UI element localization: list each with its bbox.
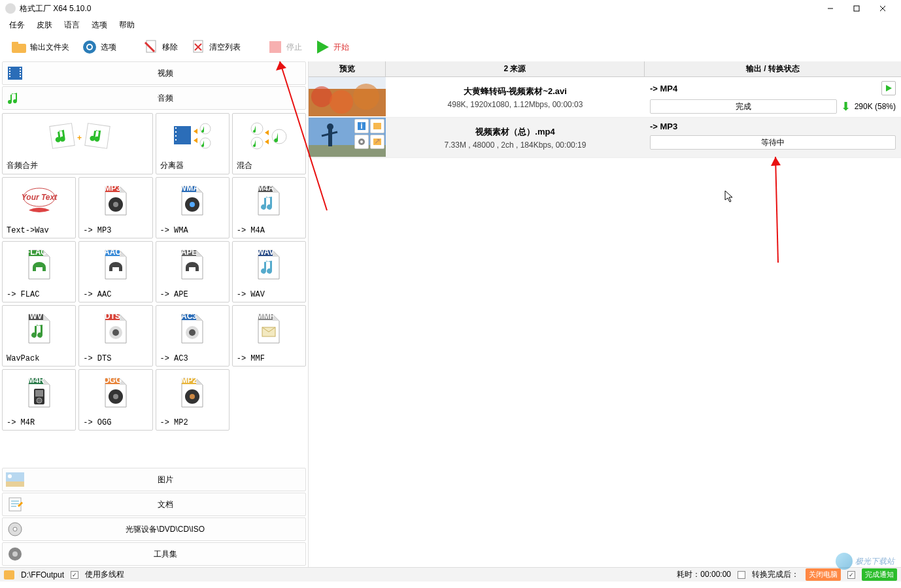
svg-text:AC3: AC3 — [181, 313, 197, 321]
svg-point-43 — [113, 202, 118, 207]
output-folder-button[interactable]: 输出文件夹 — [5, 36, 75, 58]
multithread-checkbox[interactable] — [71, 571, 78, 579]
format-m4a[interactable]: M4A -> M4A — [232, 177, 306, 238]
format-ogg[interactable]: OGG -> OGG — [78, 369, 152, 431]
cursor-icon — [724, 190, 735, 203]
play-icon — [314, 39, 331, 56]
svg-point-92 — [13, 527, 17, 531]
svg-rect-22 — [20, 71, 21, 72]
after-checkbox[interactable] — [738, 571, 745, 579]
start-button[interactable]: 开始 — [309, 36, 354, 58]
svg-marker-15 — [317, 41, 329, 54]
category-video[interactable]: 视频 — [2, 61, 306, 85]
queue-row[interactable]: i ↗ 视频素材（总）.mp4 7.33M , 48000 , 2ch , 18… — [309, 118, 901, 158]
video-icon — [5, 63, 25, 83]
file-name: 大黄蜂转码-视频素材~2.avi — [464, 86, 567, 97]
svg-rect-74 — [35, 390, 43, 397]
output-path[interactable]: D:\FFOutput — [21, 570, 64, 580]
file-info: 7.33M , 48000 , 2ch , 184Kbps, 00:00:19 — [445, 140, 586, 150]
svg-text:Your Text: Your Text — [21, 193, 57, 202]
menu-task[interactable]: 任务 — [9, 20, 25, 31]
col-status[interactable]: 输出 / 转换状态 — [645, 61, 901, 76]
stop-button[interactable]: 停止 — [262, 36, 307, 58]
format-mp3[interactable]: MP3 -> MP3 — [78, 177, 152, 238]
format-splitter[interactable]: 分离器 — [156, 113, 230, 174]
svg-rect-29 — [175, 127, 177, 129]
notify-button[interactable]: 完成通知 — [862, 568, 897, 581]
format-aac[interactable]: AAC -> AAC — [78, 241, 152, 302]
format-wma[interactable]: WMA -> WMA — [156, 177, 230, 238]
svg-text:FLAC: FLAC — [26, 249, 46, 257]
download-icon: ⬇ — [841, 99, 851, 114]
watermark: 极光下载站 — [836, 553, 894, 570]
gear-icon — [81, 39, 98, 56]
maximize-button[interactable] — [843, 1, 870, 16]
info-button[interactable]: i — [354, 119, 369, 133]
status-cell: -> MP4 完成 ⬇ 290K (58%) — [645, 77, 901, 117]
app-title: 格式工厂 X64 5.10.0 — [20, 3, 817, 14]
svg-point-33 — [200, 123, 211, 134]
category-disc[interactable]: 光驱设备\DVD\CD\ISO — [2, 517, 306, 541]
clear-button[interactable]: 清空列表 — [184, 36, 246, 58]
open-folder-button[interactable] — [370, 119, 384, 133]
svg-point-37 — [272, 129, 286, 144]
svg-rect-19 — [9, 73, 10, 74]
file-name: 视频素材（总）.mp4 — [475, 126, 554, 138]
svg-rect-108 — [373, 123, 381, 129]
size-text: 290K (58%) — [855, 102, 896, 111]
shutdown-button[interactable]: 关闭电脑 — [806, 568, 841, 581]
col-preview[interactable]: 预览 — [309, 61, 386, 76]
format-mixer[interactable]: 混合 — [232, 113, 306, 174]
svg-point-79 — [113, 394, 118, 399]
menu-help[interactable]: 帮助 — [119, 20, 135, 31]
remove-icon — [143, 39, 160, 56]
format-flac[interactable]: FLAC -> FLAC — [2, 241, 76, 302]
format-m4r[interactable]: M4R -> M4R — [2, 369, 76, 431]
format-mmf[interactable]: MMF -> MMF — [232, 305, 306, 367]
format-ape[interactable]: APE -> APE — [156, 241, 230, 302]
file-info: 498K, 1920x1080, 1.12Mbps, 00:00:03 — [448, 100, 583, 109]
folder-icon[interactable] — [4, 570, 14, 580]
category-audio[interactable]: 音频 — [2, 86, 306, 110]
format-mp2[interactable]: MP2 -> MP2 — [156, 369, 230, 431]
queue-panel: 预览 2 来源 输出 / 转换状态 大黄蜂转码-视频素材~2.avi 498K,… — [309, 61, 901, 567]
category-tools[interactable]: 工具集 — [2, 542, 306, 566]
category-image[interactable]: 图片 — [2, 468, 306, 491]
status-label[interactable]: 完成 — [650, 99, 837, 114]
format-text-wav[interactable]: Your Text Text->Wav — [2, 177, 76, 238]
col-source[interactable]: 2 来源 — [386, 61, 645, 76]
svg-text:M4A: M4A — [258, 185, 275, 193]
svg-rect-20 — [9, 76, 10, 77]
svg-point-63 — [112, 329, 119, 336]
minimize-button[interactable] — [817, 1, 843, 16]
svg-point-94 — [12, 551, 18, 557]
queue-row[interactable]: 大黄蜂转码-视频素材~2.avi 498K, 1920x1080, 1.12Mb… — [309, 77, 901, 118]
close-button[interactable] — [870, 1, 896, 16]
multithread-label: 使用多线程 — [85, 569, 124, 580]
svg-marker-100 — [886, 85, 892, 91]
svg-point-67 — [189, 329, 196, 336]
svg-rect-14 — [269, 41, 281, 53]
svg-point-99 — [353, 84, 379, 110]
target-format: -> MP4 — [650, 84, 881, 93]
format-audio-merge[interactable]: + 音频合并 — [2, 113, 153, 174]
play-result-button[interactable] — [881, 81, 896, 95]
format-ac3[interactable]: AC3 -> AC3 — [156, 305, 230, 367]
menu-lang[interactable]: 语言 — [64, 20, 80, 31]
format-dts[interactable]: DTS -> DTS — [78, 305, 152, 367]
format-wav[interactable]: WAV -> WAV — [232, 241, 306, 302]
format-wavpack[interactable]: WV WavPack — [2, 305, 76, 367]
extra-button[interactable]: ↗ — [370, 135, 384, 149]
options-button[interactable]: 选项 — [76, 36, 122, 58]
svg-point-110 — [360, 140, 363, 143]
svg-point-98 — [330, 90, 353, 114]
status-label[interactable]: 等待中 — [650, 135, 896, 150]
category-doc[interactable]: 文档 — [2, 493, 306, 516]
remove-button[interactable]: 移除 — [137, 36, 183, 58]
svg-text:MP3: MP3 — [105, 185, 121, 193]
menu-skin[interactable]: 皮肤 — [37, 20, 52, 31]
menu-options[interactable]: 选项 — [92, 20, 107, 31]
svg-rect-103 — [328, 129, 332, 146]
settings-button[interactable] — [354, 135, 369, 149]
notify-checkbox[interactable] — [847, 571, 855, 579]
